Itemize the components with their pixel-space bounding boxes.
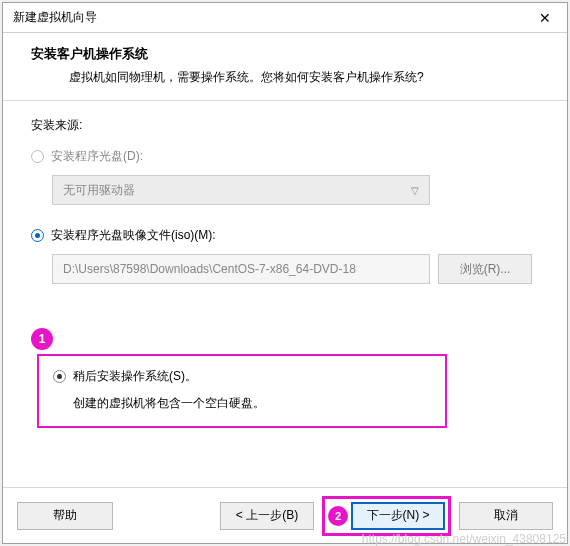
close-button[interactable]: ✕ — [522, 3, 567, 33]
iso-path-value: D:\Users\87598\Downloads\CentOS-7-x86_64… — [63, 262, 356, 276]
back-button[interactable]: < 上一步(B) — [220, 502, 314, 530]
radio-later[interactable] — [53, 370, 66, 383]
iso-path-input[interactable]: D:\Users\87598\Downloads\CentOS-7-x86_64… — [52, 254, 430, 284]
option-disc: 安装程序光盘(D): 无可用驱动器 ▽ — [31, 148, 539, 205]
cancel-button[interactable]: 取消 — [459, 502, 553, 530]
radio-iso-label: 安装程序光盘映像文件(iso)(M): — [51, 227, 216, 244]
option-later-highlight: 稍后安装操作系统(S)。 创建的虚拟机将包含一个空白硬盘。 — [37, 354, 447, 428]
option-iso: 安装程序光盘映像文件(iso)(M): D:\Users\87598\Downl… — [31, 227, 539, 284]
window-title: 新建虚拟机向导 — [13, 9, 97, 26]
wizard-window: 新建虚拟机向导 ✕ 安装客户机操作系统 虚拟机如同物理机，需要操作系统。您将如何… — [2, 2, 568, 544]
close-icon: ✕ — [539, 10, 551, 26]
annotation-badge-1: 1 — [31, 328, 539, 350]
titlebar: 新建虚拟机向导 ✕ — [3, 3, 567, 33]
option-later-desc: 创建的虚拟机将包含一个空白硬盘。 — [73, 395, 431, 412]
header-subtitle: 虚拟机如同物理机，需要操作系统。您将如何安装客户机操作系统? — [31, 69, 539, 86]
disc-dropdown[interactable]: 无可用驱动器 ▽ — [52, 175, 430, 205]
radio-disc[interactable] — [31, 150, 44, 163]
chevron-down-icon: ▽ — [411, 185, 419, 196]
disc-dropdown-value: 无可用驱动器 — [63, 182, 135, 199]
source-label: 安装来源: — [31, 117, 539, 134]
next-button[interactable]: 下一步(N) > — [351, 502, 445, 530]
wizard-content: 安装来源: 安装程序光盘(D): 无可用驱动器 ▽ 安装程序光盘映像文件(iso… — [3, 101, 567, 487]
wizard-footer: 帮助 < 上一步(B) 2 下一步(N) > 取消 — [3, 487, 567, 543]
help-button[interactable]: 帮助 — [17, 502, 113, 530]
radio-later-label: 稍后安装操作系统(S)。 — [73, 368, 197, 385]
radio-iso[interactable] — [31, 229, 44, 242]
browse-button[interactable]: 浏览(R)... — [438, 254, 532, 284]
badge-1: 1 — [31, 328, 53, 350]
wizard-header: 安装客户机操作系统 虚拟机如同物理机，需要操作系统。您将如何安装客户机操作系统? — [3, 33, 567, 101]
header-title: 安装客户机操作系统 — [31, 45, 539, 63]
badge-2: 2 — [328, 506, 348, 526]
annotation-next-highlight: 2 下一步(N) > — [322, 496, 451, 536]
radio-disc-label: 安装程序光盘(D): — [51, 148, 143, 165]
